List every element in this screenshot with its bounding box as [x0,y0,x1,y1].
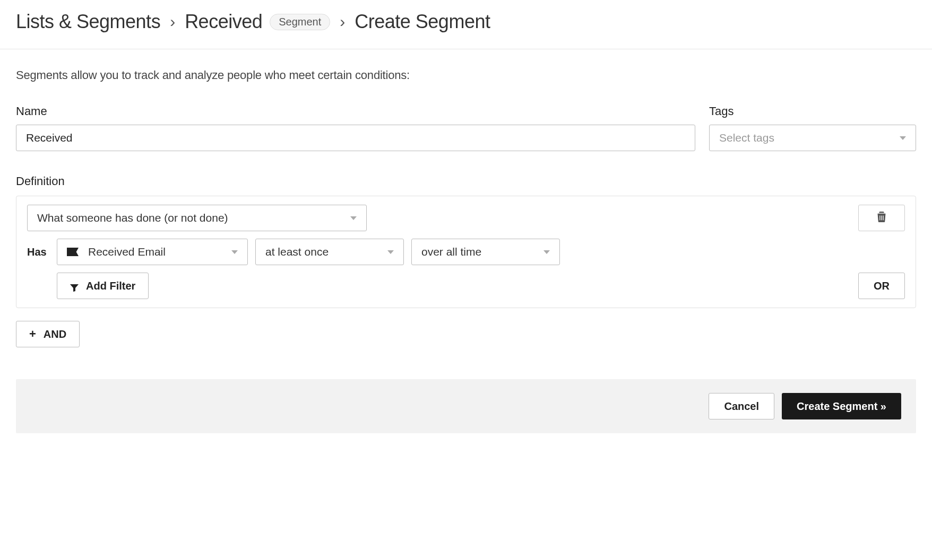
plus-icon: + [29,328,36,340]
condition-type-value: What someone has done (or not done) [37,212,228,224]
has-label: Has [27,246,49,258]
add-filter-button[interactable]: Add Filter [57,273,149,299]
page-description: Segments allow you to track and analyze … [16,68,916,82]
name-label: Name [16,104,695,118]
create-segment-button[interactable]: Create Segment » [782,393,901,419]
filter-icon [70,282,79,290]
timeframe-select[interactable]: over all time [411,239,560,265]
tags-placeholder: Select tags [719,132,774,144]
caret-down-icon [350,216,357,220]
or-button[interactable]: OR [858,273,905,299]
or-label: OR [874,280,890,292]
tags-label: Tags [709,104,916,118]
tags-select[interactable]: Select tags [709,125,916,151]
definition-label: Definition [16,174,916,188]
caret-down-icon [543,250,550,254]
cancel-label: Cancel [724,400,759,413]
delete-condition-button[interactable] [858,205,905,231]
caret-down-icon [231,250,238,254]
flag-icon [67,248,79,256]
trash-icon [877,212,886,224]
definition-card: What someone has done (or not done) Has … [16,196,916,308]
caret-down-icon [900,136,906,140]
breadcrumb: Lists & Segments › Received Segment › Cr… [16,11,916,49]
segment-badge: Segment [270,14,330,30]
add-filter-label: Add Filter [86,280,135,292]
name-input[interactable] [16,125,695,151]
breadcrumb-current: Create Segment [355,11,490,33]
create-segment-label: Create Segment » [797,400,886,413]
and-button[interactable]: + AND [16,321,80,347]
footer-actions: Cancel Create Segment » [16,379,916,433]
breadcrumb-root[interactable]: Lists & Segments [16,11,160,33]
caret-down-icon [387,250,394,254]
divider [0,49,932,49]
event-value: Received Email [88,246,166,258]
chevron-right-icon: › [170,13,175,31]
breadcrumb-item[interactable]: Received [185,11,262,33]
chevron-right-icon: › [340,13,345,31]
frequency-value: at least once [265,246,329,258]
cancel-button[interactable]: Cancel [709,393,774,419]
condition-type-select[interactable]: What someone has done (or not done) [27,205,367,231]
event-select[interactable]: Received Email [57,239,248,265]
timeframe-value: over all time [421,246,481,258]
and-label: AND [44,328,66,340]
frequency-select[interactable]: at least once [255,239,404,265]
